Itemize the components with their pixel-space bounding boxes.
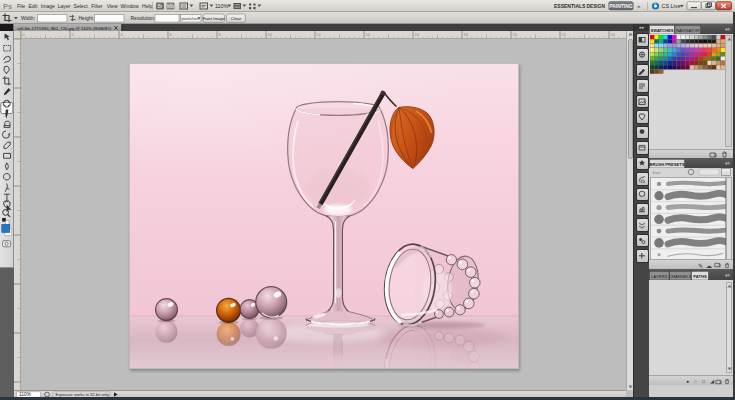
svg-text:BRUSH PRESETS: BRUSH PRESETS	[650, 162, 685, 167]
svg-text:pixels/inch: pixels/inch	[182, 16, 200, 21]
svg-text:Window: Window	[121, 3, 139, 9]
svg-text:Filter: Filter	[91, 3, 103, 9]
svg-text:8: 8	[219, 32, 222, 37]
svg-text:Ps: Ps	[3, 2, 12, 11]
svg-text:Select: Select	[74, 3, 89, 9]
svg-text:SWATCHES: SWATCHES	[651, 28, 674, 33]
svg-text:Image: Image	[41, 3, 55, 9]
svg-text:2: 2	[72, 32, 75, 37]
svg-text:22: 22	[562, 32, 567, 37]
svg-text:▾≡: ▾≡	[725, 27, 730, 32]
svg-text:PATHS: PATHS	[693, 274, 707, 279]
svg-text:DESIGN: DESIGN	[587, 4, 606, 9]
svg-text:Help: Help	[142, 3, 153, 9]
svg-text:Front Image: Front Image	[203, 16, 226, 21]
svg-text:10: 10	[268, 32, 273, 37]
svg-text:Size:: Size:	[652, 170, 662, 175]
svg-text:»: »	[637, 3, 641, 9]
svg-text:PAINTING: PAINTING	[609, 3, 633, 9]
svg-text:Height:: Height:	[79, 15, 95, 21]
svg-text:NAVIGATOR: NAVIGATOR	[676, 28, 699, 33]
svg-text:▾≡: ▾≡	[725, 273, 730, 278]
svg-text:0: 0	[23, 32, 26, 37]
svg-text:Clear: Clear	[231, 16, 242, 21]
svg-text:Width:: Width:	[21, 15, 35, 21]
svg-text:12: 12	[317, 32, 322, 37]
svg-text:CHANNELS: CHANNELS	[669, 274, 692, 279]
svg-text:110%: 110%	[215, 3, 229, 9]
svg-text:18: 18	[464, 32, 469, 37]
svg-text:Layer: Layer	[58, 3, 71, 9]
svg-text:24: 24	[611, 32, 616, 37]
svg-text:LAYERS: LAYERS	[651, 274, 667, 279]
svg-text:Br: Br	[158, 3, 163, 9]
svg-text:▾≡: ▾≡	[725, 161, 730, 166]
svg-text:16: 16	[415, 32, 420, 37]
svg-text:Edit: Edit	[29, 3, 38, 9]
svg-text:4: 4	[121, 32, 124, 37]
svg-text:6: 6	[170, 32, 173, 37]
svg-text:CS Live: CS Live	[662, 3, 681, 9]
svg-text:14: 14	[366, 32, 371, 37]
svg-text:Mb: Mb	[167, 3, 174, 9]
svg-text:ESSENTIALS: ESSENTIALS	[554, 3, 586, 9]
svg-text:View: View	[107, 3, 118, 9]
svg-text:File: File	[17, 3, 25, 9]
svg-text:20: 20	[513, 32, 518, 37]
svg-text:Resolution:: Resolution:	[131, 15, 156, 21]
